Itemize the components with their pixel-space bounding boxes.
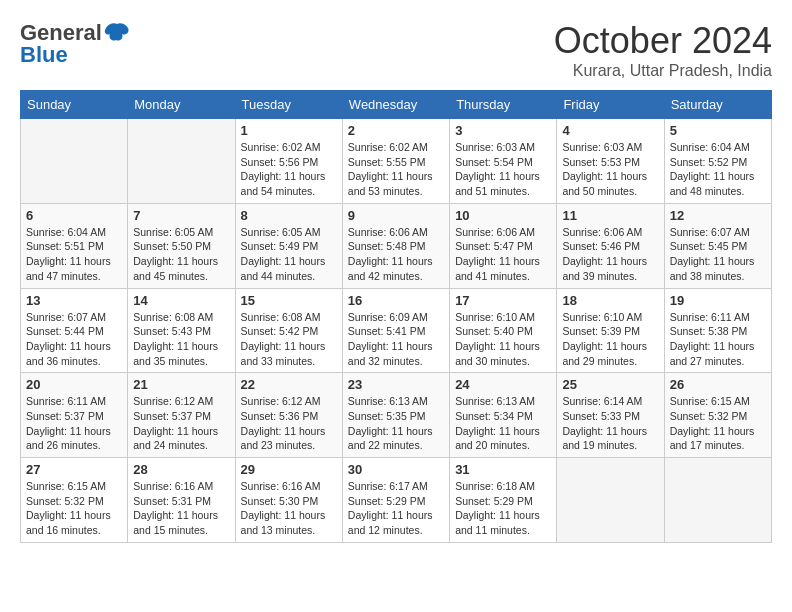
day-number: 16 [348,293,444,308]
day-number: 18 [562,293,658,308]
calendar-cell: 18 Sunrise: 6:10 AM Sunset: 5:39 PM Dayl… [557,288,664,373]
day-info: Sunrise: 6:02 AM Sunset: 5:56 PM Dayligh… [241,140,337,199]
day-number: 8 [241,208,337,223]
calendar-cell: 2 Sunrise: 6:02 AM Sunset: 5:55 PM Dayli… [342,119,449,204]
day-info: Sunrise: 6:07 AM Sunset: 5:44 PM Dayligh… [26,310,122,369]
day-number: 13 [26,293,122,308]
logo-bird-icon [104,22,130,44]
day-number: 10 [455,208,551,223]
day-info: Sunrise: 6:06 AM Sunset: 5:48 PM Dayligh… [348,225,444,284]
calendar-table: SundayMondayTuesdayWednesdayThursdayFrid… [20,90,772,543]
day-number: 21 [133,377,229,392]
calendar-cell: 20 Sunrise: 6:11 AM Sunset: 5:37 PM Dayl… [21,373,128,458]
day-number: 30 [348,462,444,477]
calendar-cell: 5 Sunrise: 6:04 AM Sunset: 5:52 PM Dayli… [664,119,771,204]
calendar-week-1: 1 Sunrise: 6:02 AM Sunset: 5:56 PM Dayli… [21,119,772,204]
calendar-cell: 12 Sunrise: 6:07 AM Sunset: 5:45 PM Dayl… [664,203,771,288]
weekday-header-thursday: Thursday [450,91,557,119]
day-number: 14 [133,293,229,308]
calendar-cell: 3 Sunrise: 6:03 AM Sunset: 5:54 PM Dayli… [450,119,557,204]
calendar-cell: 11 Sunrise: 6:06 AM Sunset: 5:46 PM Dayl… [557,203,664,288]
day-number: 5 [670,123,766,138]
calendar-cell [664,458,771,543]
calendar-cell: 28 Sunrise: 6:16 AM Sunset: 5:31 PM Dayl… [128,458,235,543]
day-info: Sunrise: 6:03 AM Sunset: 5:54 PM Dayligh… [455,140,551,199]
calendar-week-5: 27 Sunrise: 6:15 AM Sunset: 5:32 PM Dayl… [21,458,772,543]
day-info: Sunrise: 6:05 AM Sunset: 5:49 PM Dayligh… [241,225,337,284]
day-info: Sunrise: 6:17 AM Sunset: 5:29 PM Dayligh… [348,479,444,538]
calendar-cell: 17 Sunrise: 6:10 AM Sunset: 5:40 PM Dayl… [450,288,557,373]
weekday-header-friday: Friday [557,91,664,119]
day-number: 7 [133,208,229,223]
day-info: Sunrise: 6:08 AM Sunset: 5:43 PM Dayligh… [133,310,229,369]
page-header: General Blue October 2024 Kurara, Uttar … [20,20,772,80]
day-info: Sunrise: 6:12 AM Sunset: 5:37 PM Dayligh… [133,394,229,453]
day-number: 9 [348,208,444,223]
day-number: 11 [562,208,658,223]
day-number: 27 [26,462,122,477]
calendar-cell: 30 Sunrise: 6:17 AM Sunset: 5:29 PM Dayl… [342,458,449,543]
calendar-cell: 24 Sunrise: 6:13 AM Sunset: 5:34 PM Dayl… [450,373,557,458]
day-number: 6 [26,208,122,223]
calendar-cell: 1 Sunrise: 6:02 AM Sunset: 5:56 PM Dayli… [235,119,342,204]
calendar-cell: 21 Sunrise: 6:12 AM Sunset: 5:37 PM Dayl… [128,373,235,458]
day-number: 2 [348,123,444,138]
day-info: Sunrise: 6:15 AM Sunset: 5:32 PM Dayligh… [26,479,122,538]
day-number: 25 [562,377,658,392]
day-info: Sunrise: 6:11 AM Sunset: 5:38 PM Dayligh… [670,310,766,369]
calendar-cell: 10 Sunrise: 6:06 AM Sunset: 5:47 PM Dayl… [450,203,557,288]
logo: General Blue [20,20,130,68]
day-number: 12 [670,208,766,223]
day-number: 24 [455,377,551,392]
calendar-cell: 27 Sunrise: 6:15 AM Sunset: 5:32 PM Dayl… [21,458,128,543]
calendar-week-3: 13 Sunrise: 6:07 AM Sunset: 5:44 PM Dayl… [21,288,772,373]
weekday-header-tuesday: Tuesday [235,91,342,119]
calendar-cell: 26 Sunrise: 6:15 AM Sunset: 5:32 PM Dayl… [664,373,771,458]
calendar-cell: 23 Sunrise: 6:13 AM Sunset: 5:35 PM Dayl… [342,373,449,458]
calendar-cell: 9 Sunrise: 6:06 AM Sunset: 5:48 PM Dayli… [342,203,449,288]
calendar-cell: 14 Sunrise: 6:08 AM Sunset: 5:43 PM Dayl… [128,288,235,373]
day-number: 19 [670,293,766,308]
day-info: Sunrise: 6:16 AM Sunset: 5:30 PM Dayligh… [241,479,337,538]
day-number: 22 [241,377,337,392]
calendar-cell: 31 Sunrise: 6:18 AM Sunset: 5:29 PM Dayl… [450,458,557,543]
weekday-header-saturday: Saturday [664,91,771,119]
weekday-header-monday: Monday [128,91,235,119]
day-info: Sunrise: 6:07 AM Sunset: 5:45 PM Dayligh… [670,225,766,284]
day-info: Sunrise: 6:04 AM Sunset: 5:51 PM Dayligh… [26,225,122,284]
day-info: Sunrise: 6:05 AM Sunset: 5:50 PM Dayligh… [133,225,229,284]
day-number: 23 [348,377,444,392]
day-info: Sunrise: 6:09 AM Sunset: 5:41 PM Dayligh… [348,310,444,369]
calendar-cell: 8 Sunrise: 6:05 AM Sunset: 5:49 PM Dayli… [235,203,342,288]
calendar-cell: 16 Sunrise: 6:09 AM Sunset: 5:41 PM Dayl… [342,288,449,373]
day-info: Sunrise: 6:11 AM Sunset: 5:37 PM Dayligh… [26,394,122,453]
day-info: Sunrise: 6:18 AM Sunset: 5:29 PM Dayligh… [455,479,551,538]
calendar-week-4: 20 Sunrise: 6:11 AM Sunset: 5:37 PM Dayl… [21,373,772,458]
day-info: Sunrise: 6:06 AM Sunset: 5:46 PM Dayligh… [562,225,658,284]
day-info: Sunrise: 6:13 AM Sunset: 5:35 PM Dayligh… [348,394,444,453]
calendar-cell: 6 Sunrise: 6:04 AM Sunset: 5:51 PM Dayli… [21,203,128,288]
day-number: 17 [455,293,551,308]
calendar-cell [557,458,664,543]
day-number: 31 [455,462,551,477]
day-info: Sunrise: 6:15 AM Sunset: 5:32 PM Dayligh… [670,394,766,453]
weekday-header-sunday: Sunday [21,91,128,119]
calendar-cell: 22 Sunrise: 6:12 AM Sunset: 5:36 PM Dayl… [235,373,342,458]
calendar-cell: 7 Sunrise: 6:05 AM Sunset: 5:50 PM Dayli… [128,203,235,288]
day-info: Sunrise: 6:03 AM Sunset: 5:53 PM Dayligh… [562,140,658,199]
day-number: 28 [133,462,229,477]
month-title: October 2024 [554,20,772,62]
day-info: Sunrise: 6:08 AM Sunset: 5:42 PM Dayligh… [241,310,337,369]
calendar-cell: 25 Sunrise: 6:14 AM Sunset: 5:33 PM Dayl… [557,373,664,458]
day-info: Sunrise: 6:16 AM Sunset: 5:31 PM Dayligh… [133,479,229,538]
logo-blue: Blue [20,42,68,68]
calendar-cell [21,119,128,204]
day-number: 26 [670,377,766,392]
day-info: Sunrise: 6:10 AM Sunset: 5:39 PM Dayligh… [562,310,658,369]
calendar-cell [128,119,235,204]
day-number: 4 [562,123,658,138]
calendar-week-2: 6 Sunrise: 6:04 AM Sunset: 5:51 PM Dayli… [21,203,772,288]
day-number: 20 [26,377,122,392]
location: Kurara, Uttar Pradesh, India [554,62,772,80]
calendar-cell: 19 Sunrise: 6:11 AM Sunset: 5:38 PM Dayl… [664,288,771,373]
